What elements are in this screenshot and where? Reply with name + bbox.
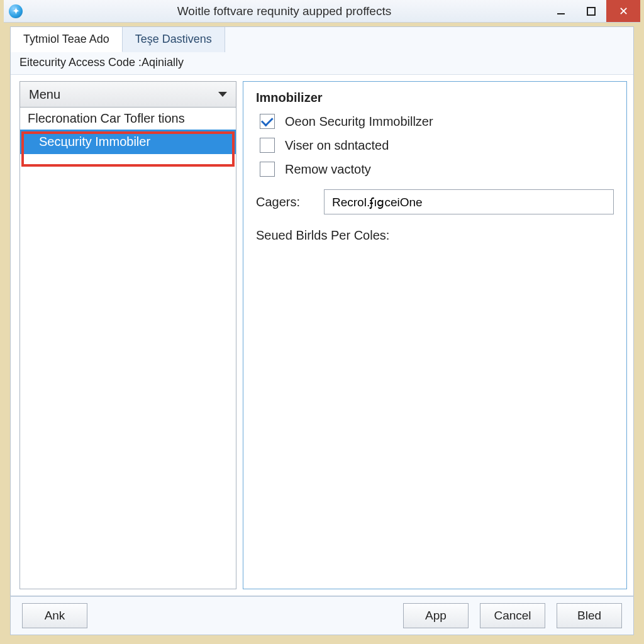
details-title: Imnobilizer <box>256 91 614 105</box>
tab-strip: Tytmiol Teae Ado Teşe Dastivens <box>11 27 633 52</box>
titlebar: ✦ Woitle foftvare requnity aupped proffe… <box>4 0 640 23</box>
client-area: Tytmiol Teae Ado Teşe Dastivens Eitecuri… <box>10 26 634 596</box>
checkbox-label: Viser on sdntacted <box>285 138 389 153</box>
cagers-field-row: Cagers: <box>256 189 614 214</box>
cagers-input[interactable] <box>324 189 614 214</box>
ank-button[interactable]: Ank <box>22 603 87 628</box>
checkbox-row-viser: Viser on sdntacted <box>256 138 614 153</box>
app-icon: ✦ <box>9 4 23 18</box>
checkbox-row-remow: Remow vactoty <box>256 162 614 177</box>
tab-tytmiol[interactable]: Tytmiol Teae Ado <box>11 27 123 52</box>
close-button[interactable]: ✕ <box>606 0 640 22</box>
bled-button[interactable]: Bled <box>557 603 622 628</box>
content-area: Menu Flecronation Car Tofler tions ▣ Sec… <box>11 75 633 596</box>
nav-tree: Flecronation Car Tofler tions ▣ Secцurit… <box>19 108 236 589</box>
minimize-icon <box>557 7 565 16</box>
menu-dropdown-label: Menu <box>29 87 60 102</box>
footer-bar: Ank App Cancel Bled <box>10 596 634 635</box>
subheader-label: Eitecurity Access Code :Aqinially <box>11 52 633 75</box>
tree-item-flecronation[interactable]: Flecronation Car Tofler tions <box>20 108 236 130</box>
checkbox-row-oeon: Oeon Securitg Immobillzer <box>256 114 614 129</box>
chevron-down-icon <box>218 92 227 97</box>
seued-label: Seued Birlds Per Coles: <box>256 228 614 243</box>
tree-item-selected-label: Secцurity Immobiler <box>20 130 236 154</box>
minimize-button[interactable] <box>546 0 576 22</box>
checkbox-oeon-security[interactable] <box>260 114 275 129</box>
checkbox-remow[interactable] <box>260 162 275 177</box>
cancel-button[interactable]: Cancel <box>480 603 545 628</box>
close-icon: ✕ <box>619 4 628 18</box>
tree-item-security-immobiler[interactable]: Secцurity Immobiler <box>20 130 236 154</box>
maximize-icon <box>587 7 596 16</box>
checkbox-viser[interactable] <box>260 138 275 153</box>
maximize-button[interactable] <box>576 0 606 22</box>
window-controls: ✕ <box>546 0 640 22</box>
window-title: Woitle foftvare requnity aupped proffect… <box>23 4 546 18</box>
menu-dropdown[interactable]: Menu <box>19 81 236 108</box>
checkbox-label: Remow vactoty <box>285 162 371 177</box>
app-button[interactable]: App <box>403 603 469 628</box>
cagers-label: Cagers: <box>256 195 313 209</box>
svg-rect-1 <box>587 8 595 15</box>
details-pane: Imnobilizer Oeon Securitg Immobillzer Vi… <box>243 81 627 589</box>
left-pane: Menu Flecronation Car Tofler tions ▣ Sec… <box>19 81 236 589</box>
checkbox-label: Oeon Securitg Immobillzer <box>285 114 433 129</box>
app-window: ✦ Woitle foftvare requnity aupped proffe… <box>4 0 640 640</box>
tab-tese[interactable]: Teşe Dastivens <box>123 27 225 52</box>
